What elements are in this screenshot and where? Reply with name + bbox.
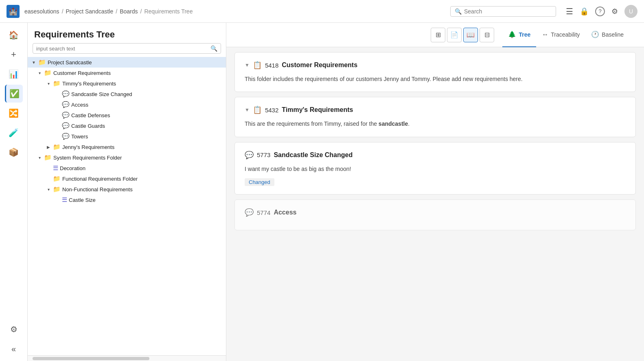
card-5774-req-icon: 💬: [245, 208, 254, 217]
app-logo[interactable]: 🏰: [7, 5, 20, 18]
card-5418-id: 5418: [265, 62, 278, 69]
tree-item-customer-requirements[interactable]: ▾ 📁 Customer Requirements: [28, 68, 226, 78]
tree-item-sandcastle-size-changed[interactable]: 💬 Sandcastle Size Changed: [28, 89, 226, 99]
card-5773-tag: Changed: [245, 178, 274, 186]
folder-icon: 📁: [53, 80, 61, 87]
tree-panel: Requirements Tree 🔍 ▼ 📁 Project Sandcast…: [28, 23, 226, 361]
sidebar-analytics[interactable]: 📊: [5, 65, 23, 83]
sidebar-collapse[interactable]: «: [5, 340, 23, 358]
avatar[interactable]: U: [624, 5, 637, 18]
breadcrumb: easesolutions / Project Sandcastle / Boa…: [24, 8, 193, 15]
breadcrumb-project-sandcastle[interactable]: Project Sandcastle: [66, 8, 114, 15]
card-5773: 💬 5773 Sandcastle Size Changed I want my…: [234, 142, 636, 195]
sidebar-home[interactable]: 🏠: [5, 26, 23, 44]
doc-view-button[interactable]: 📄: [447, 28, 462, 42]
chevron-customer-requirements: ▾: [37, 71, 42, 75]
chevron-non-functional-requirements: ▾: [46, 187, 51, 192]
tree-label-castle-guards: Castle Guards: [71, 123, 105, 129]
card-5418-chevron[interactable]: ▼: [245, 62, 250, 68]
sidebar-testing[interactable]: 🧪: [5, 124, 23, 142]
tree-label-system-requirements-folder: System Requirements Folder: [53, 155, 122, 161]
tab-traceability[interactable]: ↔ Traceability: [536, 23, 585, 47]
tree-label-project-sandcastle: Project Sandcastle: [48, 59, 92, 66]
content-area: ⊞ 📄 📖 ⊟ 🌲 Tree ↔ Traceability 🕐 Baseline: [226, 23, 644, 361]
tree-item-non-functional-requirements[interactable]: ▾ 📁 Non-Functional Requirements: [28, 184, 226, 195]
cards-area[interactable]: ▼ 📋 5418 Customer Requirements This fold…: [226, 47, 644, 361]
content-header: ⊞ 📄 📖 ⊟ 🌲 Tree ↔ Traceability 🕐 Baseline: [226, 23, 644, 47]
view-icons: ⊞ 📄 📖 ⊟: [431, 28, 494, 42]
table-view-button[interactable]: ⊟: [480, 28, 494, 42]
tree-item-project-sandcastle[interactable]: ▼ 📁 Project Sandcastle: [28, 57, 226, 68]
tree-item-access[interactable]: 💬 Access: [28, 99, 226, 110]
tree-scroll[interactable]: ▼ 📁 Project Sandcastle ▾ 📁 Customer Requ…: [28, 57, 226, 355]
folder-icon: 📁: [38, 59, 46, 66]
req-icon: 💬: [62, 133, 70, 140]
card-5773-body-bold: castle: [271, 166, 286, 172]
card-5432-chevron[interactable]: ▼: [245, 107, 250, 113]
topbar: 🏰 easesolutions / Project Sandcastle / B…: [0, 0, 644, 23]
card-5774-id: 5774: [257, 209, 270, 216]
folder-icon: 📁: [44, 154, 52, 161]
folder-icon: 📁: [44, 69, 52, 77]
sidebar-requirements[interactable]: ✅: [5, 85, 23, 103]
search-input[interactable]: [464, 8, 552, 15]
tree-panel-title: Requirements Tree: [28, 23, 226, 43]
tree-search-input[interactable]: [36, 46, 208, 52]
tab-baseline[interactable]: 🕐 Baseline: [585, 23, 629, 47]
spec-icon: ☰: [53, 164, 58, 172]
chevron-jennys-requirements: ▶: [46, 145, 51, 149]
sidebar-git[interactable]: 🔀: [5, 104, 23, 122]
chevron-system-requirements-folder: ▾: [37, 155, 42, 160]
tree-label-timmys-requirements: Timmy's Requirements: [62, 81, 116, 87]
card-5432: ▼ 📋 5432 Timmy's Requirements This are t…: [234, 97, 636, 137]
tree-item-castle-size[interactable]: ☰ Castle Size: [28, 195, 226, 205]
tree-item-timmys-requirements[interactable]: ▾ 📁 Timmy's Requirements: [28, 78, 226, 89]
card-5774: 💬 5774 Access: [234, 199, 636, 230]
book-view-button[interactable]: 📖: [463, 28, 478, 42]
breadcrumb-boards[interactable]: Boards: [120, 8, 138, 15]
chevron-project-sandcastle: ▼: [31, 60, 37, 65]
breadcrumb-current: Requirements Tree: [144, 8, 193, 15]
tree-label-towers: Towers: [71, 133, 88, 140]
tree-item-functional-requirements-folder[interactable]: 📁 Functional Requirements Folder: [28, 173, 226, 184]
tree-item-castle-defenses[interactable]: 💬 Castle Defenses: [28, 110, 226, 120]
card-5774-title: Access: [274, 209, 296, 216]
card-5418: ▼ 📋 5418 Customer Requirements This fold…: [234, 52, 636, 92]
tree-item-towers[interactable]: 💬 Towers: [28, 131, 226, 142]
tree-label-sandcastle-size-changed: Sandcastle Size Changed: [71, 91, 132, 97]
sidebar-packages[interactable]: 📦: [5, 143, 23, 161]
tree-horizontal-scrollbar[interactable]: [28, 355, 226, 361]
card-5418-body: This folder includes the requirements of…: [245, 74, 626, 83]
list-icon[interactable]: ☰: [566, 7, 573, 16]
tree-item-jennys-requirements[interactable]: ▶ 📁 Jenny's Requirements: [28, 142, 226, 152]
settings-icon[interactable]: ⚙: [611, 7, 618, 16]
card-5773-tag-area: Changed: [245, 178, 626, 186]
card-5432-body: This are the requirements from Timmy, ra…: [245, 119, 626, 128]
sidebar-settings[interactable]: ⚙: [5, 320, 23, 338]
search-icon: 🔍: [455, 8, 462, 15]
tree-label-customer-requirements: Customer Requirements: [53, 70, 111, 76]
tree-item-system-requirements-folder[interactable]: ▾ 📁 System Requirements Folder: [28, 152, 226, 163]
lock-icon[interactable]: 🔒: [580, 7, 589, 16]
global-search[interactable]: 🔍: [450, 6, 556, 17]
help-icon[interactable]: ?: [595, 7, 605, 16]
sidebar-add[interactable]: +: [5, 46, 23, 63]
tabs: 🌲 Tree ↔ Traceability 🕐 Baseline: [502, 23, 629, 47]
tree-label-castle-size: Castle Size: [69, 197, 96, 203]
card-5773-body-after: to be as big as the moon!: [285, 166, 351, 172]
card-5432-header: ▼ 📋 5432 Timmy's Requirements: [245, 105, 626, 114]
card-5432-title: Timmy's Requirements: [282, 106, 353, 114]
card-5773-body-before: I want my: [245, 166, 271, 172]
tree-item-castle-guards[interactable]: 💬 Castle Guards: [28, 120, 226, 131]
tree-search-box[interactable]: 🔍: [33, 43, 221, 54]
tab-tree[interactable]: 🌲 Tree: [502, 23, 536, 47]
tab-tree-label: Tree: [519, 31, 530, 38]
grid-view-button[interactable]: ⊞: [431, 28, 445, 42]
folder-icon: 📁: [53, 186, 61, 193]
card-5418-header: ▼ 📋 5418 Customer Requirements: [245, 61, 626, 70]
tree-item-decoration[interactable]: ☰ Decoration: [28, 163, 226, 173]
tree-label-decoration: Decoration: [60, 165, 85, 171]
card-5432-body-bold: sandcastle: [379, 120, 408, 127]
breadcrumb-easesolutions[interactable]: easesolutions: [24, 8, 59, 15]
card-5418-folder-icon: 📋: [253, 61, 262, 70]
